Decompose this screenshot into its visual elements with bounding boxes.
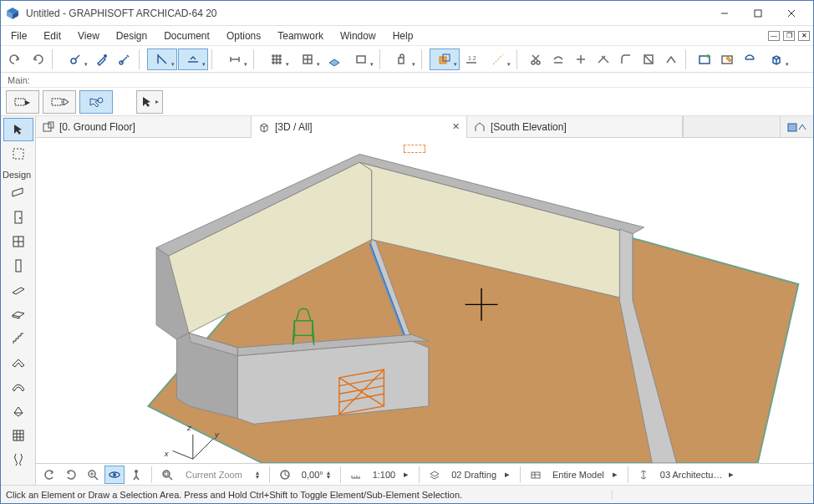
menu-design[interactable]: Design	[108, 28, 155, 44]
orientation-button[interactable]	[275, 466, 295, 484]
dimension-icon	[633, 466, 654, 484]
grid-snap-button[interactable]	[262, 48, 292, 70]
menu-view[interactable]: View	[69, 28, 108, 44]
info-bar: Main:	[1, 73, 813, 88]
roof-tool[interactable]	[3, 351, 33, 374]
tab-ground-floor[interactable]: [0. Ground Floor]	[36, 116, 252, 137]
menu-teamwork[interactable]: Teamwork	[269, 28, 332, 44]
redo-button[interactable]	[27, 48, 48, 70]
menu-document[interactable]: Document	[155, 28, 218, 44]
svg-rect-53	[52, 99, 62, 105]
pick-button[interactable]	[60, 48, 90, 70]
svg-marker-56	[143, 97, 150, 107]
quick-options-bar: Current Zoom ▴▾ 0,00°▴▾ 1:100▸ 02 Drafti…	[36, 463, 813, 485]
editing-plane-button[interactable]	[323, 48, 345, 70]
door-tool[interactable]	[3, 206, 33, 229]
curtainwall-tool[interactable]	[3, 424, 33, 447]
svg-line-76	[261, 125, 264, 127]
svg-point-44	[706, 54, 710, 58]
quick-select-button[interactable]	[79, 90, 113, 114]
undo-button[interactable]	[4, 48, 26, 70]
minimize-button[interactable]	[708, 2, 741, 25]
cut-button[interactable]	[525, 48, 547, 70]
dimension-tool-button[interactable]: 1 2	[460, 48, 482, 70]
svg-rect-64	[16, 260, 21, 272]
mdi-minimize-button[interactable]: —	[768, 31, 780, 41]
adjust-button[interactable]	[547, 48, 569, 70]
column-tool[interactable]	[3, 254, 33, 277]
layer-combo[interactable]: 02 Drafting▸	[446, 469, 515, 480]
project-button[interactable]	[739, 48, 761, 70]
arrow-pointer-button[interactable]: ▸	[136, 90, 163, 114]
scroll-fwd-button[interactable]	[61, 466, 81, 484]
fit-button[interactable]	[157, 466, 177, 484]
info-bar-label: Main:	[8, 75, 30, 85]
scale-combo[interactable]: 1:100▸	[368, 469, 415, 480]
split-button[interactable]	[570, 48, 592, 70]
menu-window[interactable]: Window	[332, 28, 384, 44]
layer-icon	[425, 466, 445, 484]
suspend-groups-button[interactable]	[388, 48, 418, 70]
marquee-tool[interactable]	[3, 142, 33, 165]
show-selection-button[interactable]	[694, 48, 715, 70]
tab-label: [South Elevation]	[491, 121, 567, 133]
rectangle-button[interactable]	[346, 48, 376, 70]
status-bar: Click an Element or Draw a Selection Are…	[1, 485, 813, 503]
angle-value: 0,00°	[302, 470, 323, 480]
3d-viewport[interactable]: y z x	[36, 138, 813, 463]
tab-navigator-button[interactable]	[780, 116, 813, 137]
grid-display-button[interactable]	[293, 48, 323, 70]
tab-south-elevation[interactable]: [South Elevation]	[467, 116, 683, 137]
mdi-close-button[interactable]: ✕	[798, 31, 810, 41]
walk-button[interactable]	[126, 466, 146, 484]
fillet-button[interactable]	[615, 48, 637, 70]
edit-selection-button[interactable]	[716, 48, 738, 70]
close-button[interactable]	[775, 2, 808, 25]
slab-tool[interactable]	[3, 303, 33, 326]
cube-icon	[258, 121, 270, 133]
inject-button[interactable]	[114, 48, 135, 70]
arrow-mode-2-button[interactable]	[43, 90, 76, 114]
measure-button[interactable]	[220, 48, 250, 70]
svg-rect-59	[15, 211, 22, 223]
zoom-button[interactable]	[83, 466, 103, 484]
window-tool[interactable]	[3, 230, 33, 253]
arrow-tool[interactable]	[3, 118, 33, 141]
mdi-restore-button[interactable]: ❐	[783, 31, 795, 41]
skylight-tool[interactable]	[3, 400, 33, 423]
menu-edit[interactable]: Edit	[35, 28, 69, 44]
shell-tool[interactable]	[3, 375, 33, 399]
menu-file[interactable]: File	[3, 28, 35, 44]
stair-tool[interactable]	[3, 327, 33, 350]
dimension-combo[interactable]: 03 Architectu…▸	[655, 469, 740, 480]
box-3d-button[interactable]	[761, 48, 791, 70]
toolbox-section-label: Design	[3, 166, 31, 181]
eyedropper-button[interactable]	[91, 48, 113, 70]
svg-point-32	[532, 61, 535, 64]
guideline-button[interactable]	[483, 48, 513, 70]
trace-button[interactable]	[430, 48, 460, 70]
tab-close-button[interactable]: ✕	[452, 121, 460, 132]
scroll-back-button[interactable]	[39, 466, 59, 484]
menu-help[interactable]: Help	[384, 28, 422, 44]
roof-button[interactable]	[660, 48, 682, 70]
morph-tool[interactable]	[3, 448, 33, 471]
resize-button[interactable]	[638, 48, 659, 70]
tab-3d-all[interactable]: [3D / All] ✕	[252, 116, 467, 138]
intersect-button[interactable]	[593, 48, 614, 70]
beam-tool[interactable]	[3, 278, 33, 302]
wall-tool[interactable]	[3, 181, 33, 205]
zoom-carets[interactable]: ▴▾	[251, 471, 264, 479]
svg-marker-57	[14, 125, 22, 135]
svg-rect-51	[15, 99, 25, 105]
floorplan-icon	[43, 121, 54, 133]
ruler-angle-button[interactable]	[147, 48, 177, 70]
angle-combo[interactable]: 0,00°▴▾	[297, 470, 335, 480]
ruler-level-button[interactable]	[178, 48, 208, 70]
modelview-combo[interactable]: Entire Model▸	[547, 469, 623, 480]
arrow-mode-1-button[interactable]	[6, 90, 39, 114]
dimension-value: 03 Architectu…	[660, 470, 723, 480]
orbit-button[interactable]	[104, 466, 125, 484]
maximize-button[interactable]	[741, 2, 775, 25]
menu-options[interactable]: Options	[218, 28, 269, 44]
